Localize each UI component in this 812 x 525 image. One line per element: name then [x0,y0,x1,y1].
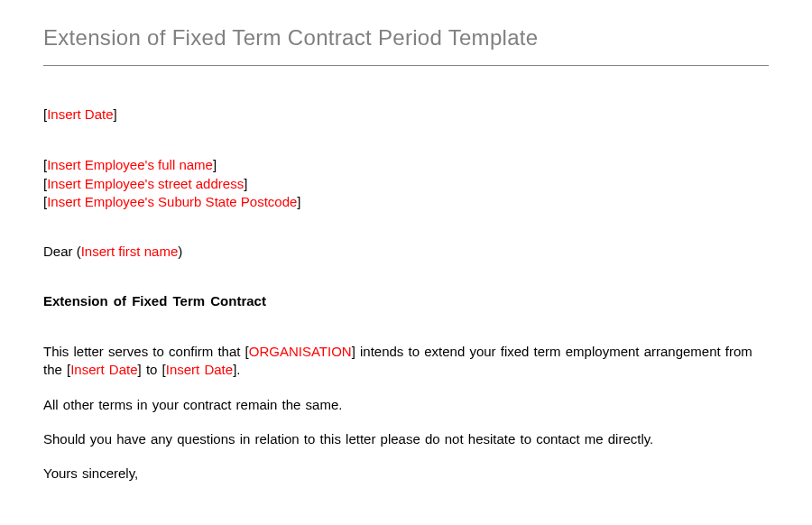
date-block: [Insert Date] [43,106,769,124]
date-placeholder: Insert Date [47,106,113,122]
body-paragraph-2: All other terms in your contract remain … [43,396,769,414]
from-date-placeholder: Insert Date [70,362,137,377]
closing-line: Yours sincerely, [43,465,769,483]
organisation-placeholder: ORGANISATION [249,344,352,359]
title-divider [43,65,769,66]
employee-street-placeholder: Insert Employee's street address [47,176,244,191]
page-title: Extension of Fixed Term Contract Period … [43,25,769,51]
to-date-placeholder: Insert Date [166,362,233,377]
between-dates-text: ] to [ [138,362,166,377]
employee-name-placeholder: Insert Employee's full name [47,157,213,172]
employee-locality-placeholder: Insert Employee's Suburb State Postcode [47,194,297,209]
salutation-prefix: Dear ( [43,244,81,259]
after-dates-text: ]. [233,362,240,377]
salutation-line: Dear (Insert first name) [43,244,769,259]
salutation-suffix: ) [178,244,182,259]
first-name-placeholder: Insert first name [81,244,179,259]
intro-text-before-org: This letter serves to confirm that [ [43,344,249,359]
body-paragraph-3: Should you have any questions in relatio… [43,430,769,448]
recipient-address-block: [Insert Employee's full name] [Insert Em… [43,156,769,211]
body-paragraph-1: This letter serves to confirm that [ORGA… [43,343,769,380]
subject-line: Extension of Fixed Term Contract [43,293,769,309]
